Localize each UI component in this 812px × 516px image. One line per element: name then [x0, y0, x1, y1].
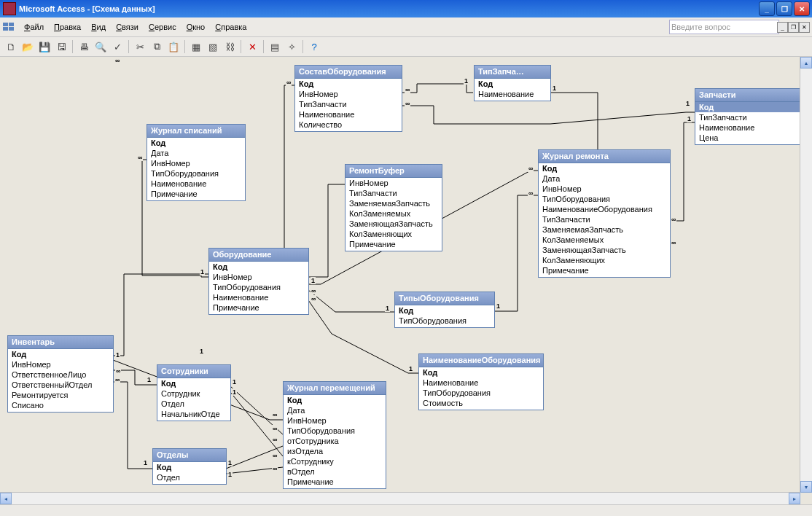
table-field[interactable]: Код	[161, 378, 227, 388]
cut-icon[interactable]: ✂	[132, 39, 148, 55]
table-field[interactable]: ТипЗапчасти	[542, 214, 666, 224]
table-field[interactable]: Примечание	[542, 265, 666, 275]
relationships-canvas[interactable]: ∞1∞11∞1∞∞1∞11∞∞11∞∞11∞∞1∞11∞1∞1∞1∞1∞ Сос…	[0, 57, 812, 504]
vertical-scrollbar[interactable]: ▴ ▾	[800, 57, 812, 493]
table-field[interactable]: кСотруднику	[287, 456, 382, 466]
table-header[interactable]: Журнал перемещений	[284, 382, 386, 395]
table-field[interactable]: Наименование	[213, 292, 305, 302]
table-header[interactable]: Инвентарь	[8, 336, 113, 349]
table-zapchasti[interactable]: ЗапчастиКодТипЗапчастиНаименованиеЦена	[695, 88, 810, 145]
table-field[interactable]: КолЗаменяемых	[349, 208, 438, 219]
table-field[interactable]: Наименование	[299, 109, 398, 120]
table-naimoborud[interactable]: НаименованиеОборудованияКодНаименованиеТ…	[418, 353, 544, 410]
save-icon[interactable]: 💾	[36, 39, 52, 55]
spell-icon[interactable]: ✓	[109, 39, 125, 55]
db-window-icon[interactable]: ▤	[267, 39, 283, 55]
table-field[interactable]: ТипОборудования	[151, 168, 241, 179]
table-field[interactable]: Наименование	[423, 378, 539, 388]
table-header[interactable]: СоставОборудования	[295, 66, 402, 79]
table-sotrudniki[interactable]: СотрудникиКодСотрудникОтделНачальникОтде	[157, 364, 231, 421]
table-field[interactable]: ОтветственныйОтдел	[12, 380, 109, 390]
open-icon[interactable]: 📂	[20, 39, 36, 55]
table-field[interactable]: ИнвНомер	[213, 272, 305, 282]
preview-icon[interactable]: 🔍	[93, 39, 109, 55]
table-field[interactable]: Примечание	[349, 239, 438, 249]
table-sostavoborud[interactable]: СоставОборудованияКодИнвНомерТипЗапчасти…	[294, 65, 402, 132]
table-field[interactable]: ТипОборудования	[213, 282, 305, 292]
table-field[interactable]: ИнвНомер	[287, 415, 382, 426]
table-header[interactable]: Сотрудники	[157, 365, 230, 378]
table-field[interactable]: Стоимость	[423, 398, 539, 408]
table-field[interactable]: Код	[478, 79, 547, 89]
table-field[interactable]: Сотрудник	[161, 388, 227, 399]
table-otdely[interactable]: ОтделыКодОтдел	[152, 448, 227, 485]
table-field[interactable]: Наименование	[151, 179, 241, 189]
table-field[interactable]: ЗаменяемаяЗапчасть	[349, 198, 438, 208]
table-field[interactable]: Код	[287, 395, 382, 405]
table-field[interactable]: ТипОборудования	[542, 194, 666, 204]
table-header[interactable]: НаименованиеОборудования	[419, 354, 543, 367]
mdi-minimize-button[interactable]: _	[777, 22, 788, 33]
table-header[interactable]: Журнал ремонта	[539, 150, 670, 163]
menu-item[interactable]: Правка	[49, 23, 86, 31]
table-field[interactable]: Код	[423, 367, 539, 378]
table-field[interactable]: Отдел	[157, 472, 222, 482]
table-field[interactable]: ИнвНомер	[349, 178, 438, 188]
table-field[interactable]: изОтдела	[287, 446, 382, 456]
table-field[interactable]: ЗаменяющаяЗапчасть	[542, 245, 666, 255]
table-field[interactable]: ТипЗапчасти	[699, 112, 805, 122]
relationships-icon[interactable]: ⛓	[222, 39, 238, 55]
table-field[interactable]: ОтветственноеЛицо	[12, 370, 109, 380]
menu-item[interactable]: Файл	[19, 23, 49, 31]
menu-item[interactable]: Сервис	[144, 23, 181, 31]
table-header[interactable]: Запчасти	[695, 89, 809, 102]
menu-item[interactable]: Справка	[210, 23, 251, 31]
table-field[interactable]: ТипОборудования	[423, 388, 539, 398]
table-field[interactable]: КолЗаменяющих	[349, 229, 438, 239]
table-field[interactable]: ТипЗапчасти	[299, 99, 398, 109]
copy-icon[interactable]: ⧉	[149, 39, 165, 55]
table-header[interactable]: Журнал списаний	[147, 125, 245, 138]
table-field[interactable]: ТипЗапчасти	[349, 188, 438, 198]
table-field[interactable]: КолЗаменяемых	[542, 235, 666, 245]
horizontal-scrollbar[interactable]: ◂ ▸	[0, 492, 800, 504]
table-field[interactable]: ИнвНомер	[151, 158, 241, 168]
table-field[interactable]: Код	[542, 163, 666, 173]
table-zhurnalperemesh[interactable]: Журнал перемещенийКодДатаИнвНомерТипОбор…	[283, 381, 386, 489]
scroll-right-icon[interactable]: ▸	[789, 493, 800, 504]
table-field[interactable]: Дата	[542, 173, 666, 184]
table-remontbufer[interactable]: РемонтБуферИнвНомерТипЗапчастиЗаменяемая…	[345, 164, 442, 251]
menu-item[interactable]: Вид	[86, 23, 111, 31]
table-all-icon[interactable]: ▧	[205, 39, 221, 55]
menu-item[interactable]: Связи	[111, 23, 144, 31]
table-field[interactable]: Дата	[151, 148, 241, 158]
mdi-restore-button[interactable]: ❐	[788, 22, 799, 33]
table-oborudovanie[interactable]: ОборудованиеКодИнвНомерТипОборудованияНа…	[208, 248, 309, 315]
table-field[interactable]: Отдел	[161, 399, 227, 409]
close-button[interactable]: ✕	[794, 1, 810, 16]
table-field[interactable]: Ремонтируется	[12, 390, 109, 400]
table-field[interactable]: КолЗаменяющих	[542, 255, 666, 265]
table-inventar[interactable]: ИнвентарьКодИнвНомерОтветственноеЛицоОтв…	[7, 335, 114, 413]
table-field[interactable]: НачальникОтде	[161, 409, 227, 419]
new-object-icon[interactable]: ✧	[284, 39, 300, 55]
restore-button[interactable]: ❐	[776, 1, 792, 16]
print-icon[interactable]: 🖶	[76, 39, 92, 55]
table-show-icon[interactable]: ▦	[188, 39, 204, 55]
table-field[interactable]: Количество	[299, 120, 398, 130]
table-field[interactable]: ИнвНомер	[542, 184, 666, 194]
scroll-up-icon[interactable]: ▴	[800, 57, 812, 69]
table-field[interactable]: Цена	[699, 133, 805, 143]
table-field[interactable]: НаименованиеОборудования	[542, 204, 666, 214]
help-icon[interactable]: ?	[306, 39, 322, 55]
delete-icon[interactable]: ✕	[244, 39, 260, 55]
table-field[interactable]: отСотрудника	[287, 436, 382, 446]
save-as-icon[interactable]: 🖫	[53, 39, 69, 55]
table-header[interactable]: Оборудование	[209, 249, 308, 262]
menu-item[interactable]: Окно	[181, 23, 211, 31]
table-field[interactable]: Примечание	[213, 302, 305, 313]
table-field[interactable]: вОтдел	[287, 466, 382, 477]
table-header[interactable]: РемонтБуфер	[346, 165, 442, 178]
minimize-button[interactable]: _	[759, 1, 775, 16]
table-header[interactable]: ТипыОборудования	[395, 292, 494, 305]
